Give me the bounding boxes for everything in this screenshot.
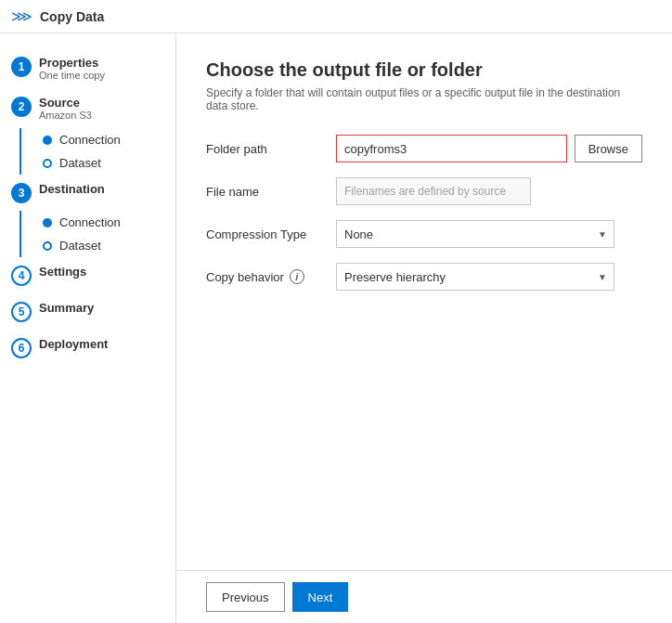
compression-select-wrapper: None GZip Deflate BZip2 ZipDeflate Snapp… <box>336 220 614 248</box>
file-name-row: File name Filenames are defined by sourc… <box>206 177 642 205</box>
nav-number-summary: 5 <box>11 302 32 322</box>
file-name-controls: Filenames are defined by source <box>336 177 642 205</box>
copy-behavior-row: Copy behavior i Preserve hierarchy Flatt… <box>206 263 642 291</box>
destination-dataset-dot <box>43 241 52 251</box>
compression-type-controls: None GZip Deflate BZip2 ZipDeflate Snapp… <box>336 220 642 248</box>
source-connection-label: Connection <box>59 133 121 147</box>
nav-number-properties: 1 <box>11 57 32 77</box>
source-dataset-dot <box>43 159 52 168</box>
nav-label-source: Source <box>39 96 92 110</box>
nav-number-deployment: 6 <box>11 338 32 358</box>
folder-path-controls: Browse <box>336 135 642 162</box>
source-connection-item[interactable]: Connection <box>28 128 175 151</box>
nav-sublabel-source: Amazon S3 <box>39 110 92 121</box>
nav-number-destination: 3 <box>11 183 32 203</box>
sidebar: 1 Properties One time copy 2 Source Amaz… <box>0 33 176 623</box>
main-layout: 1 Properties One time copy 2 Source Amaz… <box>0 33 672 623</box>
next-button[interactable]: Next <box>292 582 349 612</box>
page-title: Choose the output file or folder <box>206 59 642 81</box>
destination-subitems: Connection Dataset <box>0 211 175 257</box>
source-dataset-label: Dataset <box>59 156 101 170</box>
content-footer: Previous Next <box>176 570 672 623</box>
sidebar-item-source[interactable]: 2 Source Amazon S3 <box>0 88 175 128</box>
destination-connection-dot <box>43 218 52 227</box>
destination-connection-label: Connection <box>59 215 121 229</box>
copy-behavior-select-wrapper: Preserve hierarchy Flatten hierarchy Mer… <box>336 263 614 291</box>
file-name-label: File name <box>206 185 336 199</box>
nav-label-summary: Summary <box>39 301 94 315</box>
compression-type-row: Compression Type None GZip Deflate BZip2… <box>206 220 642 248</box>
compression-type-label: Compression Type <box>206 227 336 241</box>
nav-sublabel-properties: One time copy <box>39 70 105 81</box>
copy-behavior-controls: Preserve hierarchy Flatten hierarchy Mer… <box>336 263 642 291</box>
nav-number-settings: 4 <box>11 266 32 286</box>
folder-path-input[interactable] <box>336 135 567 162</box>
file-name-placeholder-text: Filenames are defined by source <box>336 177 531 205</box>
nav-label-properties: Properties <box>39 56 105 70</box>
browse-button[interactable]: Browse <box>575 135 642 162</box>
folder-path-label: Folder path <box>206 142 336 156</box>
destination-dataset-label: Dataset <box>59 239 101 253</box>
sidebar-item-settings[interactable]: 4 Settings <box>0 257 175 293</box>
destination-dataset-item[interactable]: Dataset <box>28 234 175 257</box>
content-body: Choose the output file or folder Specify… <box>176 33 672 570</box>
content-area: Choose the output file or folder Specify… <box>176 33 672 623</box>
destination-connection-item[interactable]: Connection <box>28 211 175 234</box>
copy-behavior-label: Copy behavior i <box>206 269 336 284</box>
folder-path-row: Folder path Browse <box>206 135 642 162</box>
source-connection-dot <box>43 136 52 145</box>
sidebar-item-summary[interactable]: 5 Summary <box>0 293 175 330</box>
copy-behavior-info-icon[interactable]: i <box>290 269 304 284</box>
nav-label-destination: Destination <box>39 182 105 196</box>
copy-behavior-select[interactable]: Preserve hierarchy Flatten hierarchy Mer… <box>336 263 614 291</box>
sidebar-item-deployment[interactable]: 6 Deployment <box>0 330 175 366</box>
sidebar-item-properties[interactable]: 1 Properties One time copy <box>0 48 175 88</box>
source-subitems: Connection Dataset <box>0 128 175 175</box>
nav-label-settings: Settings <box>39 265 86 279</box>
nav-label-deployment: Deployment <box>39 337 108 351</box>
top-bar: ⋙ Copy Data <box>0 0 672 33</box>
previous-button[interactable]: Previous <box>206 582 285 612</box>
app-title: Copy Data <box>40 9 104 24</box>
compression-select[interactable]: None GZip Deflate BZip2 ZipDeflate Snapp… <box>336 220 614 248</box>
nav-number-source: 2 <box>11 97 32 117</box>
source-dataset-item[interactable]: Dataset <box>28 151 175 175</box>
sidebar-item-destination[interactable]: 3 Destination <box>0 175 175 211</box>
page-subtitle: Specify a folder that will contain outpu… <box>206 86 642 112</box>
app-icon: ⋙ <box>11 7 32 25</box>
